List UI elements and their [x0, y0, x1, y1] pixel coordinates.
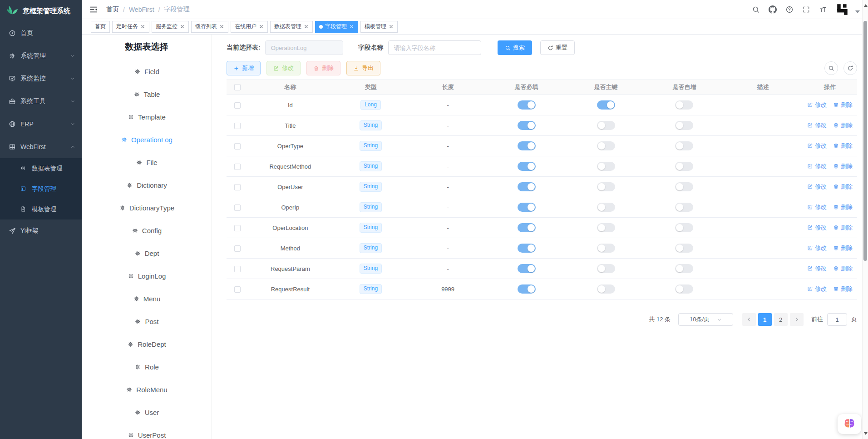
- row-delete-button[interactable]: 删除: [833, 264, 853, 273]
- tree-item-Config[interactable]: Config: [82, 219, 212, 242]
- tree-item-Field[interactable]: Field: [82, 60, 212, 83]
- page-scrollbar[interactable]: [862, 0, 868, 439]
- row-checkbox[interactable]: [234, 225, 241, 231]
- add-button[interactable]: 新增: [227, 61, 261, 75]
- row-delete-button[interactable]: 删除: [833, 121, 853, 130]
- primary-toggle[interactable]: [597, 284, 615, 294]
- field-name-input[interactable]: [388, 40, 481, 55]
- primary-toggle[interactable]: [597, 203, 615, 212]
- caret-down-icon[interactable]: [855, 10, 860, 13]
- collapse-sidebar-icon[interactable]: [89, 5, 98, 14]
- prev-page-button[interactable]: [742, 313, 756, 326]
- row-checkbox[interactable]: [234, 123, 241, 129]
- row-edit-button[interactable]: 修改: [807, 264, 827, 273]
- show-search-button[interactable]: [824, 61, 838, 75]
- tab-template-management[interactable]: 模板管理: [360, 21, 398, 33]
- refresh-table-button[interactable]: [843, 61, 857, 75]
- required-toggle[interactable]: [518, 264, 536, 273]
- close-icon[interactable]: [219, 24, 224, 29]
- row-checkbox[interactable]: [234, 102, 241, 109]
- row-edit-button[interactable]: 修改: [807, 224, 827, 232]
- required-toggle[interactable]: [518, 141, 536, 150]
- delete-button[interactable]: 删除: [306, 61, 340, 75]
- primary-toggle[interactable]: [597, 182, 615, 191]
- page-button-1[interactable]: 1: [758, 313, 772, 326]
- primary-toggle[interactable]: [597, 121, 615, 130]
- export-button[interactable]: 导出: [346, 61, 380, 75]
- sidebar-item-field-management[interactable]: 字段管理: [0, 179, 82, 199]
- page-size-select[interactable]: 10条/页: [678, 313, 733, 326]
- increment-toggle[interactable]: [675, 203, 693, 212]
- row-checkbox[interactable]: [234, 143, 241, 150]
- row-delete-button[interactable]: 删除: [833, 224, 853, 232]
- required-toggle[interactable]: [518, 121, 536, 130]
- increment-toggle[interactable]: [675, 100, 693, 110]
- increment-toggle[interactable]: [675, 121, 693, 130]
- sidebar-item-yi-framework[interactable]: Yi框架: [0, 220, 82, 242]
- select-all-checkbox[interactable]: [234, 84, 241, 90]
- row-edit-button[interactable]: 修改: [807, 285, 827, 293]
- avatar[interactable]: [836, 3, 849, 16]
- tree-item-Table[interactable]: Table: [82, 83, 212, 105]
- tab-field-management[interactable]: 字段管理: [315, 21, 358, 33]
- tree-item-Role[interactable]: Role: [82, 355, 212, 378]
- required-toggle[interactable]: [518, 162, 536, 171]
- edit-button[interactable]: 修改: [266, 61, 301, 75]
- required-toggle[interactable]: [518, 284, 536, 294]
- goto-page-input[interactable]: [827, 313, 847, 326]
- row-edit-button[interactable]: 修改: [807, 142, 827, 150]
- tab-cache-list[interactable]: 缓存列表: [191, 21, 228, 33]
- tab-service-monitor[interactable]: 服务监控: [152, 21, 189, 33]
- tree-item-Post[interactable]: Post: [82, 310, 212, 333]
- reset-button[interactable]: 重置: [540, 40, 575, 55]
- github-icon[interactable]: [769, 5, 777, 14]
- tree-item-Dictionary[interactable]: Dictionary: [82, 174, 212, 196]
- search-button[interactable]: 搜索: [498, 40, 532, 55]
- tree-item-Menu[interactable]: Menu: [82, 287, 212, 310]
- primary-toggle[interactable]: [597, 141, 615, 150]
- next-page-button[interactable]: [790, 313, 804, 326]
- sidebar-item-home[interactable]: 首页: [0, 22, 82, 45]
- breadcrumb-item[interactable]: 首页: [106, 5, 119, 14]
- primary-toggle[interactable]: [597, 162, 615, 171]
- primary-toggle[interactable]: [597, 223, 615, 232]
- increment-toggle[interactable]: [675, 182, 693, 191]
- tree-item-RoleDept[interactable]: RoleDept: [82, 333, 212, 355]
- tree-item-File[interactable]: File: [82, 151, 212, 174]
- tree-item-LoginLog[interactable]: LoginLog: [82, 264, 212, 287]
- row-edit-button[interactable]: 修改: [807, 101, 827, 109]
- row-checkbox[interactable]: [234, 286, 241, 293]
- tab-home[interactable]: 首页: [91, 21, 110, 33]
- row-checkbox[interactable]: [234, 184, 241, 190]
- row-delete-button[interactable]: 删除: [833, 285, 853, 293]
- row-edit-button[interactable]: 修改: [807, 162, 827, 170]
- required-toggle[interactable]: [518, 182, 536, 191]
- sidebar-item-webfirst[interactable]: WebFirst: [0, 135, 82, 158]
- increment-toggle[interactable]: [675, 141, 693, 150]
- increment-toggle[interactable]: [675, 284, 693, 294]
- primary-toggle[interactable]: [597, 244, 615, 253]
- close-icon[interactable]: [140, 24, 145, 29]
- scroll-up-arrow[interactable]: [864, 4, 868, 7]
- row-edit-button[interactable]: 修改: [807, 203, 827, 211]
- row-checkbox[interactable]: [234, 266, 241, 272]
- tree-item-Template[interactable]: Template: [82, 105, 212, 128]
- tree-item-DictionaryType[interactable]: DictionaryType: [82, 196, 212, 219]
- search-icon[interactable]: [752, 5, 760, 14]
- sidebar-item-system-admin[interactable]: 系统管理: [0, 45, 82, 67]
- row-delete-button[interactable]: 删除: [833, 142, 853, 150]
- row-delete-button[interactable]: 删除: [833, 162, 853, 170]
- row-checkbox[interactable]: [234, 245, 241, 252]
- row-delete-button[interactable]: 删除: [833, 203, 853, 211]
- tab-online-users[interactable]: 在线用户: [231, 21, 268, 33]
- close-icon[interactable]: [349, 24, 354, 29]
- increment-toggle[interactable]: [675, 162, 693, 171]
- sidebar-item-erp[interactable]: ERP: [0, 113, 82, 135]
- tree-item-User[interactable]: User: [82, 401, 212, 424]
- font-size-icon[interactable]: [819, 5, 827, 14]
- row-delete-button[interactable]: 删除: [833, 183, 853, 191]
- increment-toggle[interactable]: [675, 244, 693, 253]
- close-icon[interactable]: [389, 24, 394, 29]
- row-edit-button[interactable]: 修改: [807, 244, 827, 252]
- breadcrumb-item[interactable]: WebFirst: [129, 6, 154, 13]
